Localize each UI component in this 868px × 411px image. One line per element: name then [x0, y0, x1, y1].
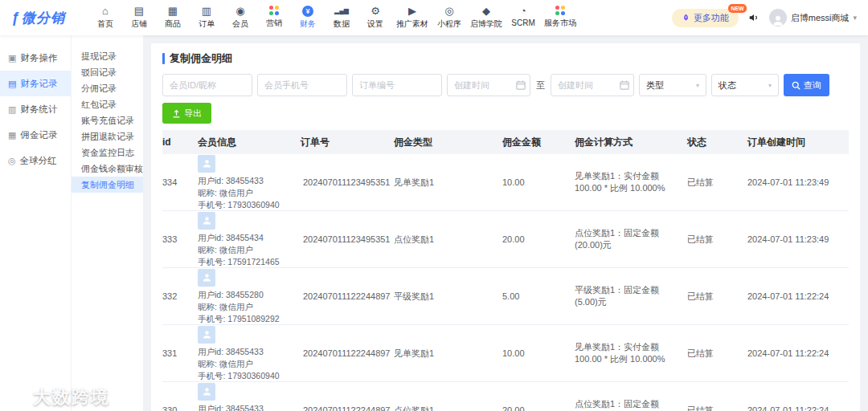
- submenu-item-5[interactable]: 拼团退款记录: [72, 128, 143, 144]
- export-button[interactable]: 导出: [162, 103, 211, 124]
- academy-icon: ◆: [482, 6, 490, 17]
- member-nickname: 昵称: 微信用户: [198, 244, 294, 255]
- member-id-input[interactable]: [162, 74, 252, 96]
- cell-commission-type: 点位奖励1: [394, 405, 502, 411]
- nav-item-members[interactable]: ◉会员: [223, 3, 257, 32]
- cell-commission-amount: 20.00: [502, 234, 575, 244]
- nav-item-settings[interactable]: ⚙设置: [358, 3, 392, 32]
- nav-item-academy[interactable]: ◆启博学院: [466, 3, 506, 32]
- search-icon: [792, 81, 800, 90]
- cell-status: 已结算: [687, 291, 747, 303]
- nav-item-shop[interactable]: ▤店铺: [122, 3, 156, 32]
- member-user-id: 用户id: 38455433: [198, 346, 294, 357]
- cell-commission-amount: 10.00: [502, 348, 575, 358]
- cell-id: 330: [162, 405, 198, 411]
- member-phone: 手机号: 17951089292: [198, 313, 294, 324]
- nav-item-goods[interactable]: ▦商品: [156, 3, 190, 32]
- member-phone-input[interactable]: [257, 74, 347, 96]
- data-icon: ▂▄▆: [334, 6, 349, 17]
- nav-item-promo-material[interactable]: ▶推广素材: [392, 3, 432, 32]
- sidebar-item-finance-stats[interactable]: ▥财务统计: [0, 96, 71, 122]
- sidebar-item-finance-records[interactable]: ▤财务记录: [0, 71, 71, 96]
- member-avatar-icon: [198, 383, 215, 401]
- cell-id: 334: [162, 177, 198, 187]
- nav-item-service-market[interactable]: 服务市场: [540, 3, 580, 31]
- nav-item-scrm[interactable]: ◔SCRM: [506, 3, 540, 30]
- sidebar-item-label: 佣金记录: [20, 129, 57, 141]
- order-no-text: 202407011123495351: [303, 177, 391, 187]
- nav-item-orders[interactable]: ▥订单: [190, 3, 223, 32]
- sidebar-item-commission-records[interactable]: ▦佣金记录: [0, 122, 71, 148]
- nav-item-finance[interactable]: ¥财务: [291, 3, 325, 32]
- more-features-button[interactable]: 更多功能 NEW: [672, 9, 739, 27]
- submenu-item-7[interactable]: 佣金钱余额审核: [72, 161, 143, 177]
- nav-item-label: 首页: [97, 18, 113, 30]
- nav-item-data[interactable]: ▂▄▆数据: [325, 3, 358, 32]
- cell-member-info: 用户id: 38455434 昵称: 微信用户 手机号: 17591721465: [198, 211, 301, 267]
- nav-item-label: 订单: [199, 18, 215, 30]
- filter-bar: 至 类型 ▾ 状态 ▾ 查询: [162, 74, 849, 96]
- cell-id: 333: [162, 234, 198, 244]
- submenu-item-4[interactable]: 账号充值记录: [72, 112, 143, 128]
- sidebar-item-label: 财务操作: [20, 52, 57, 64]
- cell-created-time: 2024-07-01 11:22:24: [747, 291, 849, 301]
- member-phone: 手机号: 17930360940: [198, 370, 294, 381]
- members-icon: ◉: [235, 6, 244, 17]
- member-user-id: 用户id: 38455280: [198, 289, 294, 300]
- sidebar-item-global-dividend[interactable]: ◎全球分红: [0, 148, 71, 173]
- logo-icon: ƒ: [11, 10, 19, 25]
- order-no-input[interactable]: [352, 74, 442, 96]
- end-date-field: [551, 74, 634, 96]
- nav-item-label: 设置: [367, 18, 383, 30]
- submenu-item-2[interactable]: 分佣记录: [72, 80, 143, 96]
- cell-calc-method: 点位奖励1：固定金额(20.00)元: [575, 398, 687, 411]
- cell-calc-method: 见单奖励1：实付金额 100.00 * 比例 10.000%: [575, 341, 687, 365]
- submenu-item-8[interactable]: 复制佣金明细: [72, 177, 143, 193]
- cell-commission-type: 见单奖励1: [394, 177, 502, 189]
- cell-status: 已结算: [687, 348, 747, 360]
- member-user-id: 用户id: 38455434: [198, 232, 294, 243]
- table-row: 333 用户id: 38455434 昵称: 微信用户 手机号: 1759172…: [162, 211, 849, 268]
- new-badge: NEW: [728, 4, 746, 13]
- nav-item-miniprogram[interactable]: ◎小程序: [432, 3, 466, 32]
- page-title-text: 复制佣金明细: [170, 51, 232, 66]
- content-panel: 复制佣金明细 至 类型 ▾: [151, 43, 860, 411]
- nav-item-label: SCRM: [511, 18, 534, 27]
- submenu-item-1[interactable]: 驳回记录: [72, 64, 143, 80]
- nav-item-home[interactable]: ⌂首页: [88, 3, 122, 32]
- sidebar-item-finance-ops[interactable]: ▣财务操作: [0, 45, 71, 71]
- marketing-icon: [269, 6, 280, 16]
- nav-item-marketing[interactable]: 营销: [257, 3, 291, 31]
- app-logo: ƒ 微分销: [11, 9, 85, 27]
- submenu-item-3[interactable]: 红包记录: [72, 96, 143, 112]
- order-no-text: 202407011122244897: [303, 348, 391, 358]
- submenu-item-6[interactable]: 资金监控日志: [72, 144, 143, 161]
- toolbar-row: 导出: [162, 103, 849, 124]
- nav-item-label: 店铺: [131, 18, 147, 30]
- cell-created-time: 2024-07-01 11:22:24: [747, 405, 849, 411]
- submenu-item-0[interactable]: 提现记录: [72, 48, 143, 64]
- cell-calc-method: 平级奖励1：固定金额(5.00)元: [575, 284, 687, 308]
- nav-item-label: 会员: [232, 18, 248, 30]
- cell-calc-method: 点位奖励1：固定金额(20.00)元: [575, 227, 687, 251]
- member-user-id: 用户id: 38455433: [198, 403, 294, 411]
- search-button-label: 查询: [804, 79, 821, 92]
- status-select[interactable]: 状态 ▾: [711, 74, 779, 96]
- sound-icon[interactable]: [748, 12, 760, 23]
- member-avatar-icon: [198, 212, 215, 230]
- top-bar: ƒ 微分销 ⌂首页▤店铺▦商品▥订单◉会员营销¥财务▂▄▆数据⚙设置▶推广素材◎…: [0, 0, 868, 35]
- top-navigation: ⌂首页▤店铺▦商品▥订单◉会员营销¥财务▂▄▆数据⚙设置▶推广素材◎小程序◆启博…: [88, 3, 580, 32]
- cell-calc-method: 见单奖励1：实付金额 100.00 * 比例 10.000%: [575, 170, 687, 194]
- nav-item-label: 服务市场: [544, 18, 576, 29]
- commission-records-icon: ▦: [8, 131, 16, 140]
- nav-item-label: 小程序: [437, 18, 461, 30]
- member-user-id: 用户id: 38455433: [198, 175, 294, 186]
- cell-created-time: 2024-07-01 11:23:49: [747, 234, 849, 244]
- start-date-input[interactable]: [447, 74, 530, 96]
- user-menu[interactable]: 启博messi商城 ▾: [769, 9, 857, 26]
- type-select[interactable]: 类型 ▾: [639, 74, 706, 96]
- cell-order-no: 202407011123495351: [301, 177, 394, 187]
- secondary-sidebar: 提现记录驳回记录分佣记录红包记录账号充值记录拼团退款记录资金监控日志佣金钱余额审…: [71, 35, 143, 411]
- end-date-input[interactable]: [551, 74, 634, 96]
- search-button[interactable]: 查询: [784, 74, 829, 96]
